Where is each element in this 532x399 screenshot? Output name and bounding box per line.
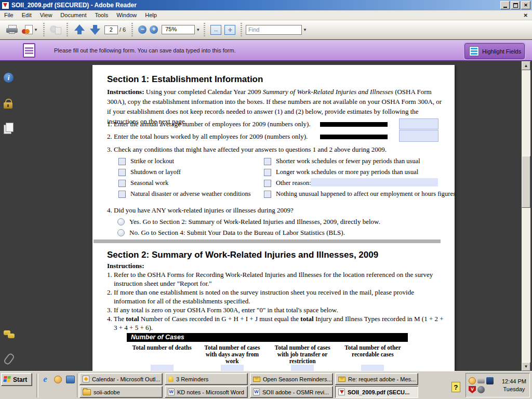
shorter-schedules-checkbox[interactable] [264,158,271,165]
column-header-days-away: Total number of cases with days away fro… [197,344,267,365]
other-reason-checkbox[interactable] [264,180,271,187]
menu-document[interactable]: Document [56,11,90,19]
folder-icon [83,389,91,395]
section-divider [94,240,441,243]
redaction-bar [320,122,388,127]
close-button[interactable]: ✕ [521,1,530,9]
collaborate-button[interactable]: ▼ [20,22,39,37]
find-dropdown-icon[interactable]: ▼ [303,28,307,32]
task-kd-notes-word[interactable]: W KD notes - Microsoft Word [165,386,248,398]
scrollbar-thumb[interactable] [522,156,530,208]
toolbar-grip [43,23,45,36]
chevron-down-icon: ▼ [34,28,38,32]
task-reminders[interactable]: 3 Reminders [165,373,248,385]
print-button[interactable] [4,22,20,37]
transfer-input[interactable] [291,365,314,371]
natural-disaster-checkbox[interactable] [118,191,126,198]
instruction-item: 4. The total Number of Cases recorded in… [107,314,445,332]
start-button[interactable]: Start [1,373,32,386]
network-tray-icon[interactable] [486,377,494,384]
printer-tray-icon[interactable] [477,378,485,383]
menu-help[interactable]: Help [141,11,161,19]
find-input[interactable] [246,25,302,35]
other-cases-input[interactable] [361,365,384,371]
form-message-text: Please fill out the following form. You … [54,47,236,54]
instruction-item: 3. If any total is zero on your OSHA For… [107,305,445,314]
security-lock-icon[interactable] [4,99,14,109]
adobe-reader-window: SOII_2009.pdf (SECURED) - Adobe Reader ✕… [0,0,532,399]
form-icon [23,43,35,58]
toolbar: ▼ / 6 − + 75% ▼ ↔ ✛ ▼ [0,20,532,39]
hours-input[interactable] [399,130,438,142]
checkbox-label: Shorter work schedules or fewer pay peri… [276,157,420,165]
fit-page-button[interactable]: ✛ [224,25,235,35]
outlook-launch-icon[interactable] [53,375,62,384]
volume-tray-icon[interactable] [477,386,485,393]
chevron-down-icon[interactable]: ▼ [196,28,200,32]
pdf-page: Section 1: Establishment Information Ins… [92,65,455,371]
zoom-level-select[interactable]: 75% [162,25,195,34]
nothing-unusual-checkbox[interactable] [264,191,271,198]
zoom-in-button[interactable]: + [150,25,158,34]
strike-or-lockout-checkbox[interactable] [118,158,126,165]
menu-window[interactable]: Window [112,11,141,19]
question-3-label: 3. Check any conditions that might have … [107,145,387,154]
show-desktop-icon[interactable] [65,375,75,384]
number-of-cases-header: Number of Cases [127,333,408,342]
scroll-up-button[interactable]: ▲ [522,61,530,70]
days-away-input[interactable] [221,365,244,371]
yes-radio-button[interactable] [117,218,125,225]
shutdown-or-layoff-checkbox[interactable] [118,169,126,176]
up-arrow-icon [73,23,86,36]
section1-heading: Section 1: Establishment Information [107,74,263,85]
menu-file[interactable]: File [0,11,18,19]
no-radio-button[interactable] [117,229,125,236]
minimize-button[interactable] [500,1,510,9]
checkbox-row: Strike or lockout [118,157,174,165]
checkbox-row: Shutdown or layoff [118,168,181,176]
restore-button[interactable] [511,1,520,9]
outlook-tray-icon[interactable] [469,377,476,384]
checkbox-row: Shorter work schedules or fewer pay peri… [264,157,420,165]
attachments-panel-icon[interactable] [6,353,16,365]
seasonal-work-checkbox[interactable] [118,180,126,187]
deaths-input[interactable] [151,365,174,371]
column-header-transfer: Total number of cases with job transfer … [268,344,338,365]
internet-explorer-icon[interactable]: e [41,375,50,384]
other-reason-input[interactable] [311,178,438,187]
task-request-adobe-message[interactable]: Re: request adobe - Mes... [335,373,418,385]
close-document-icon[interactable]: ✕ [524,12,528,18]
pages-panel-icon[interactable] [4,123,14,134]
task-open-season-reminders[interactable]: Open Season Reminders... [250,373,333,385]
help-question-icon[interactable]: ? [451,382,460,392]
menu-tools[interactable]: Tools [91,11,113,19]
scroll-down-button[interactable]: ▼ [522,362,530,371]
fit-width-button[interactable]: ↔ [210,25,221,35]
toolbar-grip [131,23,133,36]
window-title: SOII_2009.pdf (SECURED) - Adobe Reader [11,2,137,9]
zoom-out-button[interactable]: − [138,25,147,34]
longer-schedules-checkbox[interactable] [264,169,271,176]
task-soii-2009-pdf-active[interactable]: SOII_2009.pdf (SECU... [335,386,418,398]
task-soii-adobe-folder[interactable]: soii-adobe [79,386,163,398]
menu-edit[interactable]: Edit [18,11,36,19]
task-soii-adobe-osmr-word[interactable]: W SOII adobe - OSMR revi... [250,386,333,398]
page-count-label: / 6 [119,26,126,33]
envelope-icon [253,377,260,382]
menu-view[interactable]: View [36,11,57,19]
comments-panel-icon[interactable] [4,330,14,340]
menu-bar: File Edit View Document Tools Window Hel… [0,10,532,20]
vertical-scrollbar[interactable]: ▲ ▼ [522,61,530,371]
radio-row: Yes. Go to Section 2: Summary of Work-Re… [117,218,380,226]
section2-instructions-label: Instructions: [107,262,144,270]
previous-page-button[interactable] [72,22,87,37]
antivirus-tray-icon[interactable]: V [469,386,476,393]
highlight-fields-button[interactable]: Highlight Fields [464,43,525,59]
task-outlook-calendar[interactable]: Calendar - Microsoft Outl... [79,373,163,385]
share-button-disabled [48,22,63,37]
document-properties-icon[interactable]: i [4,73,14,83]
employees-input[interactable] [399,118,438,129]
page-number-input[interactable] [104,25,118,34]
next-page-button[interactable] [87,22,103,37]
envelope-icon [338,377,345,382]
